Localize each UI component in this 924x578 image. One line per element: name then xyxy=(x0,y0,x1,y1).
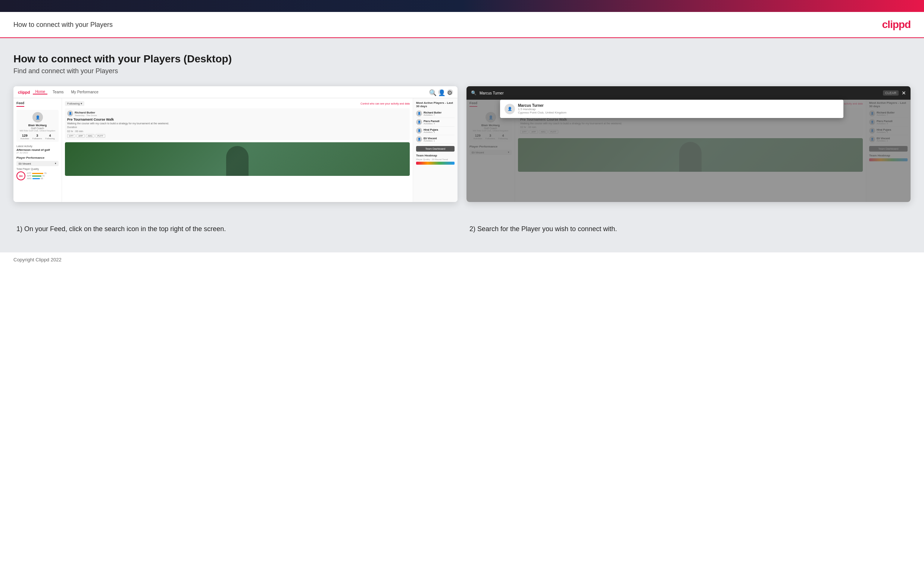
page-title: How to connect with your Players xyxy=(13,21,113,29)
activity-desc: Walking the course with my coach to buil… xyxy=(67,122,408,125)
screenshot-1: clippd Home Teams My Performance 🔍 👤 ⚙ F… xyxy=(13,86,458,202)
following-bar: Following ▾ Control who can see your act… xyxy=(65,101,410,106)
hero-subtitle: Find and connect with your Players xyxy=(13,67,911,75)
main-content: How to connect with your Players (Deskto… xyxy=(0,38,924,252)
nav-my-performance[interactable]: My Performance xyxy=(69,90,101,94)
chevron-down-icon: ▾ xyxy=(55,162,57,165)
app-left-1: Feed 👤 Blair McHarg Golf Coach Mill Ride… xyxy=(13,98,62,202)
quality-bars: OTT 79 APP 70 xyxy=(27,172,58,180)
heatmap-subtitle: Player Quality · 20 Round Trend xyxy=(416,158,455,161)
search-bar: 🔍 Marcus Turner CLEAR ✕ xyxy=(466,86,911,100)
mock-app-2: clippd Home Teams My Performance Feed 👤 … xyxy=(466,86,911,202)
heatmap-bar xyxy=(416,162,455,165)
arg-label: ARG xyxy=(27,177,32,180)
search-result-club: Cypress Point Club, United Kingdom xyxy=(518,111,566,114)
golfer-silhouette xyxy=(226,146,249,176)
player-acts-2: Activities: 4 xyxy=(424,122,455,125)
search-icon[interactable]: 🔍 xyxy=(429,89,435,95)
player-name-4: Eli Vincent xyxy=(424,137,455,140)
team-heatmap-title: Team Heatmap xyxy=(416,154,455,157)
player-row-2: 👤 Piers Parnell Activities: 4 xyxy=(416,118,455,127)
profile-card: 👤 Blair McHarg Golf Coach Mill Ride Golf… xyxy=(16,110,58,142)
app-navbar-1: clippd Home Teams My Performance 🔍 👤 ⚙ xyxy=(13,86,458,98)
close-icon[interactable]: ✕ xyxy=(901,90,906,96)
activity-date: Yesterday · The Grove xyxy=(74,114,97,117)
search-icon-2: 🔍 xyxy=(471,90,477,96)
profile-icon[interactable]: 👤 xyxy=(438,89,444,95)
nav-home[interactable]: Home xyxy=(33,89,47,94)
control-link[interactable]: Control who can see your activity and da… xyxy=(361,102,410,105)
player-avatar-2: 👤 xyxy=(416,119,422,125)
player-name-2: Piers Parnell xyxy=(424,120,455,122)
header: How to connect with your Players clippd xyxy=(0,12,924,38)
duration-value: 02 hr : 00 min xyxy=(67,130,408,133)
team-dashboard-button[interactable]: Team Dashboard xyxy=(416,146,455,152)
most-active-title: Most Active Players - Last 30 days xyxy=(416,101,455,108)
nav-teams[interactable]: Teams xyxy=(50,90,66,94)
caption-panel-1: 1) On your Feed, click on the search ico… xyxy=(13,216,458,234)
activity-avatar: 👤 xyxy=(67,110,73,117)
search-result-avatar: 👤 xyxy=(505,104,515,114)
app-value: 70 xyxy=(42,175,45,177)
stat-activities: 129 Activities xyxy=(20,134,29,140)
player-acts-4: Activities: 1 xyxy=(424,140,455,142)
following-button[interactable]: Following ▾ xyxy=(65,101,84,106)
tag-row: OTT APP ARG PUTT xyxy=(67,134,408,138)
app-label: APP xyxy=(27,175,31,177)
screenshots-row: clippd Home Teams My Performance 🔍 👤 ⚙ F… xyxy=(13,86,911,202)
hero-text: How to connect with your Players (Deskto… xyxy=(13,53,911,75)
stat-followers-label: Followers xyxy=(32,137,42,140)
latest-activity-label: Latest Activity xyxy=(16,145,58,148)
search-result-dropdown: 👤 Marcus Turner 1.5 Handicap Cypress Poi… xyxy=(500,100,843,118)
player-info-4: Eli Vincent Activities: 1 xyxy=(424,137,455,142)
player-row-3: 👤 Hiral Pujara Activities: 3 xyxy=(416,127,455,135)
stat-activities-label: Activities xyxy=(20,137,29,140)
player-acts-3: Activities: 3 xyxy=(424,131,455,133)
latest-activity-date: 27 Jul 2022 xyxy=(16,152,58,154)
latest-activity-value: Afternoon round of golf xyxy=(16,148,58,152)
tag-app: APP xyxy=(76,134,85,138)
stat-following-label: Following xyxy=(45,137,55,140)
stat-followers: 3 Followers xyxy=(32,134,42,140)
player-avatar-3: 👤 xyxy=(416,128,422,134)
profile-name: Blair McHarg xyxy=(19,123,57,127)
search-result-item[interactable]: 👤 Marcus Turner 1.5 Handicap Cypress Poi… xyxy=(505,104,839,114)
ott-label: OTT xyxy=(27,172,31,174)
top-bar xyxy=(0,0,924,12)
profile-stats: 129 Activities 3 Followers 4 Following xyxy=(19,134,57,140)
app-logo-sm: clippd xyxy=(18,90,30,94)
stat-following: 4 Following xyxy=(45,134,55,140)
search-input-display[interactable]: Marcus Turner xyxy=(479,91,880,95)
profile-role: Golf Coach xyxy=(19,127,57,130)
feed-tab[interactable]: Feed xyxy=(16,101,24,107)
player-name-3: Hiral Pujara xyxy=(424,128,455,131)
player-info-3: Hiral Pujara Activities: 3 xyxy=(424,128,455,133)
ott-bar xyxy=(32,173,43,174)
tag-ott: OTT xyxy=(67,134,75,138)
golfer-image xyxy=(65,142,410,176)
player-row-4: 👤 Eli Vincent Activities: 1 xyxy=(416,135,455,144)
ott-bar-row: OTT 79 xyxy=(27,172,58,174)
search-result-info: Marcus Turner 1.5 Handicap Cypress Point… xyxy=(518,104,566,114)
footer: Copyright Clippd 2022 xyxy=(0,252,924,267)
search-result-handicap: 1.5 Handicap xyxy=(518,107,566,111)
player-performance-section: Player Performance Eli Vincent ▾ Total P… xyxy=(16,156,58,180)
caption-text-2: 2) Search for the Player you wish to con… xyxy=(469,224,908,234)
player-name-1: Richard Butler xyxy=(424,111,455,114)
player-select[interactable]: Eli Vincent ▾ xyxy=(16,161,58,166)
clear-button[interactable]: CLEAR xyxy=(883,90,899,96)
player-avatar-1: 👤 xyxy=(416,110,422,117)
ott-value: 79 xyxy=(44,172,47,174)
player-acts-1: Activities: 7 xyxy=(424,114,455,116)
settings-icon[interactable]: ⚙ xyxy=(447,89,453,95)
app-bar-row: APP 70 xyxy=(27,175,58,177)
player-info-1: Richard Butler Activities: 7 xyxy=(424,111,455,116)
duration-label: Duration xyxy=(67,126,77,128)
app-bar xyxy=(32,175,41,177)
caption-row: 1) On your Feed, click on the search ico… xyxy=(13,216,911,234)
activity-duration: Duration xyxy=(67,126,408,128)
stat-followers-value: 3 xyxy=(32,134,42,137)
profile-club: Mill Ride Golf Club, United Kingdom xyxy=(19,130,57,132)
player-avatar-4: 👤 xyxy=(416,136,422,142)
tag-putt: PUTT xyxy=(95,134,105,138)
